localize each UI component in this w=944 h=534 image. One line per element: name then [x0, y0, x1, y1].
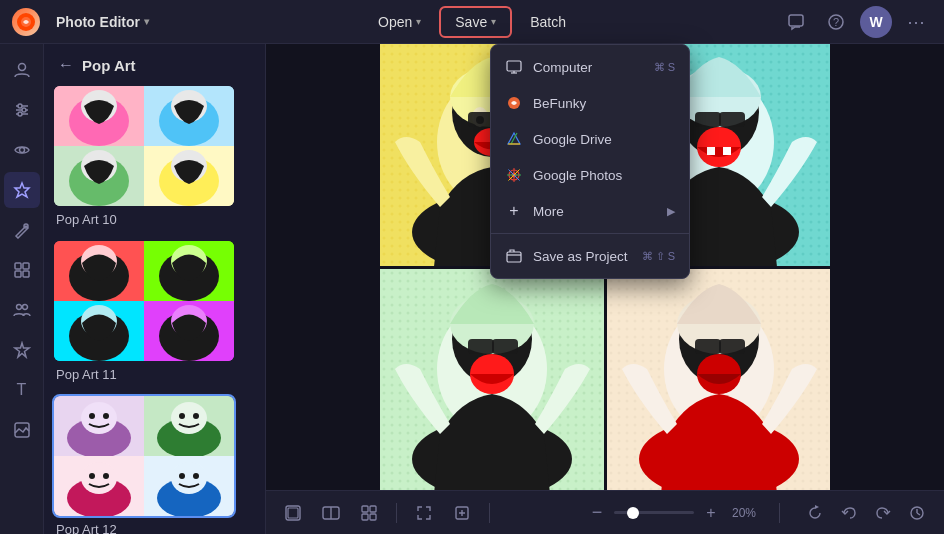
save-to-google-photos[interactable]: Google Photos [491, 157, 689, 193]
svg-rect-131 [719, 339, 745, 354]
undo-button[interactable] [834, 498, 864, 528]
open-label: Open [378, 14, 412, 30]
svg-point-59 [89, 473, 95, 479]
save-as-project[interactable]: Save as Project ⌘ ⇧ S [491, 238, 689, 274]
svg-rect-16 [15, 271, 21, 277]
svg-point-63 [171, 462, 207, 494]
effect-thumb-10 [54, 86, 234, 206]
avatar-label: W [869, 14, 882, 30]
redo-button[interactable] [868, 498, 898, 528]
svg-point-4 [18, 64, 25, 71]
more-icon: + [505, 202, 523, 220]
befunky-icon [505, 94, 523, 112]
befunky-label: BeFunky [533, 96, 586, 111]
topbar-right: ? W ⋯ [780, 6, 932, 38]
sidebar-people-icon[interactable] [4, 292, 40, 328]
svg-rect-111 [707, 147, 715, 155]
svg-point-49 [89, 413, 95, 419]
svg-rect-17 [23, 271, 29, 277]
more-options-button[interactable]: ⋯ [900, 6, 932, 38]
sidebar-graphics-icon[interactable] [4, 412, 40, 448]
save-dropdown-menu: Computer ⌘ S BeFunky Google Drive [490, 44, 690, 279]
svg-point-64 [179, 473, 185, 479]
fit-button[interactable] [447, 498, 477, 528]
svg-point-48 [81, 402, 117, 434]
svg-point-11 [19, 148, 24, 153]
layers-button[interactable] [278, 498, 308, 528]
panel-back-button[interactable]: ← [58, 56, 74, 74]
open-button[interactable]: Open ▾ [364, 8, 435, 36]
svg-marker-12 [15, 183, 29, 197]
svg-point-58 [81, 462, 117, 494]
zoom-controls: − + 20% [582, 498, 767, 528]
save-to-computer[interactable]: Computer ⌘ S [491, 49, 689, 85]
bottom-sep-3 [779, 503, 780, 523]
google-drive-icon [505, 130, 523, 148]
panel-title: Pop Art [82, 57, 136, 74]
svg-rect-152 [370, 506, 376, 512]
canvas-cell-br [607, 269, 831, 493]
sidebar-sticker-icon[interactable] [4, 332, 40, 368]
svg-point-10 [18, 112, 22, 116]
effect-label-12: Pop Art 12 [54, 522, 255, 534]
app-title-button[interactable]: Photo Editor ▾ [48, 10, 157, 34]
svg-rect-146 [507, 252, 521, 262]
topbar: Photo Editor ▾ Open ▾ Save ▾ Batch ? [0, 0, 944, 44]
bottom-sep-2 [489, 503, 490, 523]
open-chevron: ▾ [416, 16, 421, 27]
effect-item-pop-art-11[interactable]: Pop Art 11 [44, 241, 265, 396]
save-to-google-drive[interactable]: Google Drive [491, 121, 689, 157]
zoom-slider[interactable] [614, 511, 694, 514]
save-to-befunky[interactable]: BeFunky [491, 85, 689, 121]
left-sidebar: T [0, 44, 44, 534]
fullscreen-button[interactable] [409, 498, 439, 528]
sidebar-effects-icon[interactable] [4, 172, 40, 208]
save-button[interactable]: Save ▾ [439, 6, 512, 38]
save-project-label: Save as Project [533, 249, 628, 264]
zoom-value: 20% [732, 506, 767, 520]
chat-icon-button[interactable] [780, 6, 812, 38]
effect-item-pop-art-10[interactable]: Pop Art 10 [44, 86, 265, 241]
compare-button[interactable] [316, 498, 346, 528]
zoom-in-button[interactable]: + [696, 498, 726, 528]
zoom-out-button[interactable]: − [582, 498, 612, 528]
svg-rect-108 [695, 112, 721, 127]
menu-divider [491, 233, 689, 234]
svg-point-50 [103, 413, 109, 419]
sidebar-adjustments-icon[interactable] [4, 92, 40, 128]
sidebar-profile-icon[interactable] [4, 52, 40, 88]
sidebar-eye-icon[interactable] [4, 132, 40, 168]
svg-rect-130 [695, 339, 721, 354]
sidebar-retouch-icon[interactable] [4, 212, 40, 248]
bottom-sep-1 [396, 503, 397, 523]
svg-point-60 [103, 473, 109, 479]
app-title-text: Photo Editor [56, 14, 140, 30]
effect-label-10: Pop Art 10 [54, 212, 255, 227]
user-avatar[interactable]: W [860, 6, 892, 38]
canvas-cell-bl [380, 269, 604, 493]
effect-item-pop-art-12[interactable]: Pop Art 12 [44, 396, 265, 534]
svg-rect-112 [723, 147, 731, 155]
sidebar-text-icon[interactable]: T [4, 372, 40, 408]
google-drive-label: Google Drive [533, 132, 612, 147]
sidebar-frames-icon[interactable] [4, 252, 40, 288]
svg-rect-133 [507, 61, 521, 71]
reset-button[interactable] [800, 498, 830, 528]
svg-point-9 [22, 108, 26, 112]
svg-rect-1 [789, 15, 803, 26]
save-more[interactable]: + More ▶ [491, 193, 689, 229]
grid-button[interactable] [354, 498, 384, 528]
svg-rect-148 [288, 508, 298, 518]
svg-line-138 [511, 133, 517, 144]
svg-point-8 [18, 104, 22, 108]
help-icon-button[interactable]: ? [820, 6, 852, 38]
svg-rect-154 [370, 514, 376, 520]
svg-point-53 [171, 402, 207, 434]
more-arrow-icon: ▶ [667, 205, 675, 218]
svg-rect-109 [719, 112, 745, 127]
svg-rect-153 [362, 514, 368, 520]
batch-button[interactable]: Batch [516, 8, 580, 36]
history-button[interactable] [902, 498, 932, 528]
svg-point-55 [193, 413, 199, 419]
batch-label: Batch [530, 14, 566, 30]
